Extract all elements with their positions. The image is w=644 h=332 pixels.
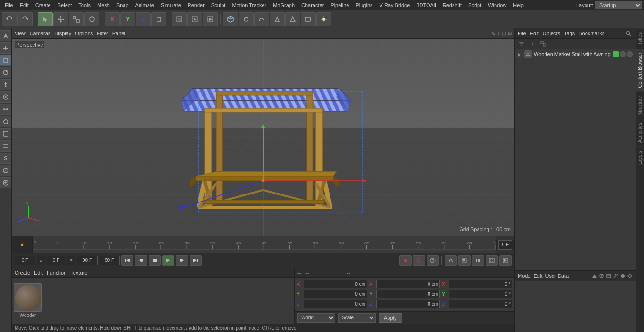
menu-plugins[interactable]: Plugins [353, 1, 375, 9]
timeline[interactable]: ■ 0 5 10 15 20 25 30 35 40 45 [12, 236, 514, 253]
menu-edit[interactable]: Edit [17, 1, 32, 9]
scale-tool-button[interactable] [69, 12, 84, 26]
apply-button[interactable]: Apply [379, 313, 402, 323]
cube-button[interactable] [223, 12, 238, 26]
object-item-stall[interactable]: ▶ Wooden Market Stall with Awning [515, 49, 636, 59]
menu-simulate[interactable]: Simulate [158, 1, 184, 9]
left-tool-7[interactable] [0, 116, 11, 127]
move-tool-button[interactable] [53, 12, 68, 26]
objects-menu-file[interactable]: File [518, 31, 526, 36]
viewport-icon-1[interactable]: ⊕ [492, 31, 495, 36]
scene-container[interactable]: Y X Z Perspective Grid Spacing : 100 cm [12, 39, 514, 236]
rotation-x-input[interactable] [449, 280, 512, 288]
menu-redshift[interactable]: Redshift [440, 1, 464, 9]
menu-mesh[interactable]: Mesh [94, 1, 113, 9]
scale-dropdown[interactable]: Scale [338, 313, 376, 323]
menu-vray[interactable]: V-Ray Bridge [377, 1, 413, 9]
environment-button[interactable] [285, 12, 300, 26]
pen-tool-button[interactable] [239, 12, 254, 26]
go-to-end-button[interactable] [190, 255, 202, 266]
frame-step-down[interactable]: ▼ [67, 256, 75, 265]
viewport[interactable]: View Cameras Display Options Filter Pane… [12, 28, 514, 236]
position-x-input[interactable] [304, 280, 367, 288]
rotation-y-input[interactable] [449, 290, 512, 298]
attrs-menu-mode[interactable]: Mode [518, 273, 531, 279]
left-tool-11[interactable] [0, 165, 11, 176]
render-region-button[interactable] [172, 12, 187, 26]
obj-visibility-top[interactable] [620, 51, 626, 57]
objects-search-icon[interactable] [624, 29, 633, 38]
material-menu-create[interactable]: Create [15, 270, 30, 275]
playback-end-frame-1[interactable] [77, 256, 98, 265]
nurbs-button[interactable] [254, 12, 269, 26]
playback-current-frame[interactable] [46, 256, 66, 265]
viewport-menu-panel[interactable]: Panel [112, 31, 125, 36]
menu-pipeline[interactable]: Pipeline [328, 1, 352, 9]
obj-visibility-render[interactable] [627, 51, 633, 57]
timeline-mode-button[interactable] [472, 255, 484, 266]
motion-path-button[interactable] [445, 255, 457, 266]
object-tool-button[interactable] [151, 12, 166, 26]
frame-step-up[interactable]: ▲ [37, 256, 45, 265]
obj-tool-group[interactable] [538, 40, 548, 48]
key-frame-button[interactable] [458, 255, 471, 266]
objects-menu-bookmarks[interactable]: Bookmarks [578, 31, 604, 36]
viewport-menu-display[interactable]: Display [54, 31, 71, 36]
redo-button[interactable] [17, 12, 33, 26]
timeline-frame-current[interactable] [498, 240, 512, 250]
menu-snap[interactable]: Snap [114, 1, 132, 9]
obj-color-dot[interactable] [613, 51, 619, 57]
deformer-button[interactable] [270, 12, 285, 26]
viewport-icon-3[interactable]: ◫ [502, 31, 506, 36]
step-forward-button[interactable] [176, 255, 188, 266]
right-tab-layers[interactable]: Layers [636, 146, 644, 169]
menu-mograph[interactable]: MoGraph [270, 1, 297, 9]
viewport-menu-filter[interactable]: Filter [97, 31, 108, 36]
step-back-button[interactable] [135, 255, 147, 266]
right-tab-attributes[interactable]: Attributes [636, 119, 644, 146]
select-tool-button[interactable] [38, 12, 53, 26]
light-button[interactable] [316, 12, 331, 26]
menu-animate[interactable]: Animate [132, 1, 157, 9]
menu-tools[interactable]: Tools [75, 1, 93, 9]
z-axis-button[interactable]: Z [136, 12, 151, 26]
left-tool-2[interactable] [0, 55, 11, 66]
size-x-input[interactable] [376, 280, 440, 288]
right-tab-structure[interactable]: Structure [636, 92, 644, 119]
menu-select[interactable]: Select [55, 1, 75, 9]
objects-menu-objects[interactable]: Objects [543, 31, 560, 36]
right-tab-takes[interactable]: Takes [636, 28, 644, 49]
left-tool-8[interactable] [0, 128, 11, 139]
left-tool-4[interactable] [0, 79, 11, 90]
left-tool-12[interactable] [0, 177, 11, 188]
position-z-input[interactable] [304, 300, 367, 308]
dope-sheet-button[interactable] [486, 255, 498, 266]
material-menu-edit[interactable]: Edit [34, 270, 43, 275]
viewport-icon-4[interactable]: ⊞ [508, 31, 512, 36]
render-active-button[interactable] [203, 12, 218, 26]
menu-window[interactable]: Window [485, 1, 509, 9]
material-item[interactable]: Wooder [14, 283, 42, 318]
y-axis-button[interactable]: Y [120, 12, 135, 26]
viewport-menu-cameras[interactable]: Cameras [30, 31, 51, 36]
viewport-menu-view[interactable]: View [15, 31, 26, 36]
menu-file[interactable]: File [2, 1, 16, 9]
attrs-menu-edit[interactable]: Edit [534, 273, 543, 279]
attrs-menu-userdata[interactable]: User Data [545, 273, 569, 279]
left-tool-9[interactable] [0, 140, 11, 152]
menu-script[interactable]: Script [465, 1, 484, 9]
size-y-input[interactable] [376, 290, 440, 298]
menu-render[interactable]: Render [185, 1, 207, 9]
playback-start-frame[interactable] [15, 256, 35, 265]
menu-sculpt[interactable]: Sculpt [208, 1, 229, 9]
play-button[interactable] [162, 255, 174, 266]
render-preview-button[interactable] [499, 255, 512, 266]
rotation-z-input[interactable] [449, 300, 512, 308]
camera-button[interactable] [301, 12, 316, 26]
menu-create[interactable]: Create [33, 1, 54, 9]
left-tool-3[interactable] [0, 67, 11, 78]
record-button[interactable] [399, 255, 412, 266]
viewport-menu-options[interactable]: Options [75, 31, 93, 36]
layout-dropdown[interactable]: Startup [595, 1, 642, 9]
menu-help[interactable]: Help [510, 1, 527, 9]
